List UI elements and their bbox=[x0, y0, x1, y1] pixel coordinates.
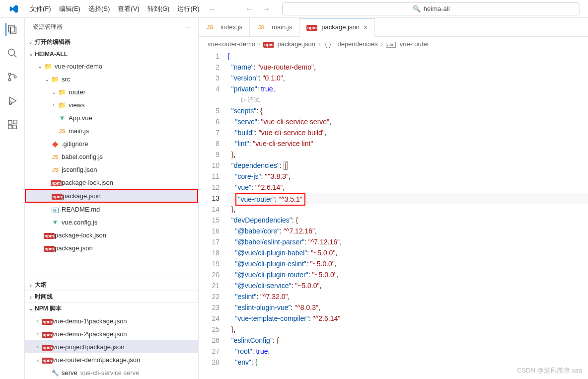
chevron-icon: › bbox=[50, 102, 58, 108]
code-line[interactable]: "devDependencies": { bbox=[227, 215, 588, 226]
explorer-icon[interactable] bbox=[5, 23, 18, 36]
tree-item[interactable]: npmpackage-lock.json bbox=[25, 176, 198, 189]
tree-item[interactable]: M↓README.md bbox=[25, 203, 198, 216]
codelens-debug[interactable]: ▷ 调试 bbox=[227, 94, 588, 105]
outline-section[interactable]: ›大纲 bbox=[25, 279, 198, 291]
breadcrumb-item[interactable]: dependencies bbox=[337, 40, 377, 48]
editor-tab[interactable]: JSindex.js bbox=[199, 18, 250, 36]
code-line[interactable]: "lint": "vue-cli-service lint" bbox=[227, 138, 588, 149]
menu-item[interactable]: 选择(S) bbox=[84, 3, 114, 14]
npm-scripts-tree: ›npmvue-demo-1\package.json›npmvue-demo-… bbox=[25, 314, 198, 379]
search-activity-icon[interactable] bbox=[6, 47, 19, 60]
code-line[interactable]: "vue-template-compiler": "^2.6.14" bbox=[227, 313, 588, 324]
menu-item[interactable]: 查看(V) bbox=[114, 3, 143, 14]
code-content[interactable]: { "name": "vue-router-demo", "version": … bbox=[227, 51, 588, 379]
js-icon: JS bbox=[51, 166, 60, 173]
npm-icon: npm bbox=[44, 244, 53, 252]
menu-item[interactable]: 编辑(E) bbox=[55, 3, 84, 14]
nav-back-icon[interactable]: ← bbox=[245, 4, 253, 13]
sidebar-more-icon[interactable]: ··· bbox=[185, 23, 190, 30]
tree-item[interactable]: ◆.gitignore bbox=[25, 137, 198, 150]
tree-item[interactable]: JSbabel.config.js bbox=[25, 150, 198, 163]
editor-tabs: JSindex.jsJSmain.jsnpmpackage.json× bbox=[199, 18, 588, 37]
code-line[interactable]: "version": "0.1.0", bbox=[227, 73, 588, 83]
editor-tab[interactable]: JSmain.js bbox=[250, 18, 299, 36]
svg-rect-8 bbox=[8, 121, 11, 124]
tree-item[interactable]: npmpackage.json bbox=[25, 241, 198, 254]
chevron-icon: › bbox=[34, 344, 42, 350]
nav-forward-icon[interactable]: → bbox=[262, 4, 270, 13]
breadcrumb-item[interactable]: vue-router bbox=[400, 40, 429, 48]
extensions-icon[interactable] bbox=[6, 118, 19, 131]
code-line[interactable]: "eslintConfig": { bbox=[227, 335, 588, 346]
breadcrumb[interactable]: vue-router-demo›npmpackage.json›{ }depen… bbox=[199, 37, 588, 51]
workspace-section[interactable]: ⌄HEIMA-ALL bbox=[25, 48, 198, 60]
menu-item[interactable]: 文件(F) bbox=[26, 3, 55, 14]
code-line[interactable]: "@vue/cli-plugin-eslint": "~5.0.0", bbox=[227, 258, 588, 269]
tree-item[interactable]: ▼App.vue bbox=[25, 111, 198, 124]
run-debug-icon[interactable] bbox=[6, 94, 19, 107]
line-gutter: 1234567891011121314151617181920212223242… bbox=[199, 51, 227, 379]
markdown-icon: M↓ bbox=[51, 206, 60, 213]
code-line[interactable]: "@vue/cli-plugin-babel": "~5.0.0", bbox=[227, 247, 588, 258]
tree-label: src bbox=[62, 76, 70, 83]
js-icon: JS bbox=[206, 23, 215, 31]
code-line[interactable]: "scripts": { bbox=[227, 105, 588, 116]
source-control-icon[interactable] bbox=[6, 71, 19, 83]
code-line[interactable]: "serve": "vue-cli-service serve", bbox=[227, 116, 588, 127]
code-line[interactable]: "@vue/cli-plugin-router": "~5.0.0", bbox=[227, 269, 588, 280]
tree-item[interactable]: ⌄📁vue-router-demo bbox=[25, 60, 198, 73]
tree-item[interactable]: JSjsconfig.json bbox=[25, 163, 198, 176]
npm-script-item[interactable]: ⌄npmvue-router-demo\package.json bbox=[25, 353, 198, 366]
npm-scripts-section[interactable]: ⌄NPM 脚本 bbox=[25, 303, 198, 314]
code-line[interactable]: "@babel/eslint-parser": "^7.12.16", bbox=[227, 236, 588, 247]
breadcrumb-item[interactable]: vue-router-demo bbox=[208, 40, 255, 48]
npm-script-item[interactable]: 🔧servevue-cli-service serve bbox=[25, 366, 198, 379]
js-icon: JS bbox=[257, 23, 266, 31]
tab-label: package.json bbox=[321, 23, 360, 31]
tree-item[interactable]: ▼vue.config.js bbox=[25, 216, 198, 228]
npm-script-item[interactable]: ›npmvue-demo-1\package.json bbox=[25, 314, 198, 327]
breadcrumb-item[interactable]: package.json bbox=[277, 40, 315, 48]
code-line[interactable]: "eslint-plugin-vue": "^8.0.3", bbox=[227, 302, 588, 313]
chevron-icon: › bbox=[34, 318, 42, 324]
sidebar-title: 资源管理器 bbox=[33, 23, 63, 31]
menu-more[interactable]: ··· bbox=[205, 3, 219, 14]
timeline-section[interactable]: ›时间线 bbox=[25, 291, 198, 303]
open-editors-section[interactable]: ›打开的编辑器 bbox=[25, 36, 198, 48]
code-line[interactable]: }, bbox=[227, 149, 588, 160]
code-line[interactable]: "name": "vue-router-demo", bbox=[227, 62, 588, 73]
tree-item[interactable]: ⌄📁router bbox=[25, 85, 198, 98]
code-line[interactable]: { bbox=[227, 51, 588, 62]
code-line[interactable]: }, bbox=[227, 324, 588, 335]
code-line[interactable]: "@babel/core": "^7.12.16", bbox=[227, 226, 588, 236]
svg-point-5 bbox=[8, 78, 11, 81]
menu-item[interactable]: 运行(R) bbox=[173, 3, 203, 14]
code-line[interactable]: "core-js": "^3.8.3", bbox=[227, 171, 588, 182]
tree-item[interactable]: npmpackage-lock.json bbox=[25, 228, 198, 241]
svg-rect-1 bbox=[10, 27, 16, 34]
code-line[interactable]: "eslint": "^7.32.0", bbox=[227, 291, 588, 302]
tree-label: package-lock.json bbox=[55, 231, 106, 239]
close-icon[interactable]: × bbox=[364, 23, 368, 31]
code-line[interactable]: "dependencies": { bbox=[227, 160, 588, 171]
code-editor[interactable]: 1234567891011121314151617181920212223242… bbox=[199, 51, 588, 379]
code-line[interactable]: "build": "vue-cli-service build", bbox=[227, 127, 588, 138]
editor-tab[interactable]: npmpackage.json× bbox=[299, 18, 375, 36]
tree-item[interactable]: JSmain.js bbox=[25, 124, 198, 137]
chevron-icon: › bbox=[34, 331, 42, 337]
tree-item[interactable]: ›📁views bbox=[25, 98, 198, 111]
code-line[interactable]: "root": true, bbox=[227, 346, 588, 357]
code-line[interactable]: "private": true, bbox=[227, 83, 588, 94]
npm-script-item[interactable]: ›npmvue-project\package.json bbox=[25, 340, 198, 353]
tree-item[interactable]: npmpackage.json bbox=[25, 189, 198, 203]
tree-item[interactable]: ⌄📁src bbox=[25, 73, 198, 85]
code-line[interactable]: "vue-router": "^3.5.1" bbox=[227, 193, 588, 204]
menu-item[interactable]: 转到(G) bbox=[144, 3, 174, 14]
code-line[interactable]: "vue": "^2.6.14", bbox=[227, 182, 588, 193]
vue-icon: ▼ bbox=[51, 219, 60, 226]
npm-script-item[interactable]: ›npmvue-demo-2\package.json bbox=[25, 327, 198, 340]
code-line[interactable]: "@vue/cli-service": "~5.0.0", bbox=[227, 280, 588, 291]
command-center[interactable]: 🔍 heima-all bbox=[282, 2, 580, 15]
tree-label: .gitignore bbox=[62, 140, 88, 148]
